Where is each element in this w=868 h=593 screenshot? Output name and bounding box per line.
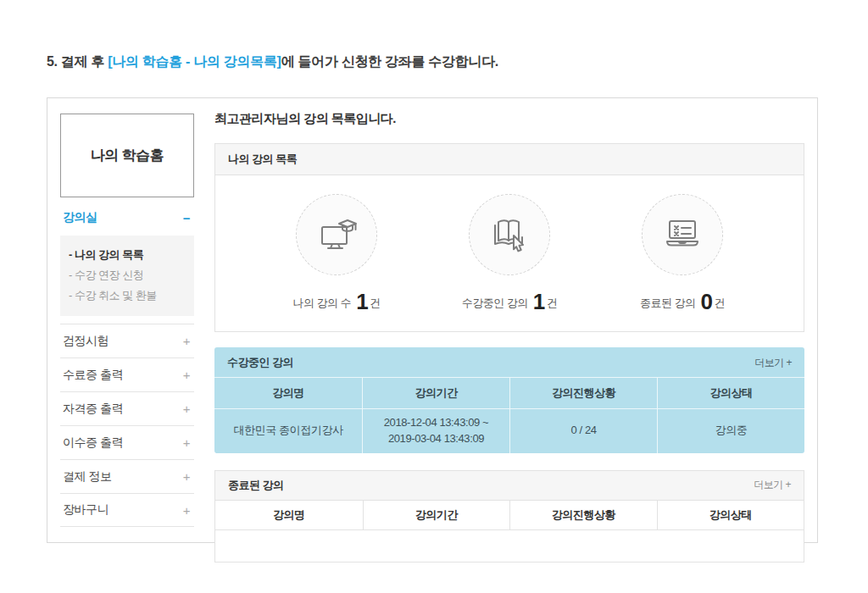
stat-circle — [469, 194, 550, 275]
sidebar-title-box: 나의 학습홈 — [60, 114, 194, 197]
sidebar-item-extension-request[interactable]: - 수강 연장 신청 — [69, 265, 186, 285]
expand-plus-icon[interactable]: + — [183, 435, 192, 450]
cell-lecture-period: 2018-12-04 13:43:09 ~ 2019-03-04 13:43:0… — [362, 409, 509, 453]
stat-unit: 건 — [715, 296, 726, 309]
my-lecture-summary-box: 나의 강의 목록 나의 강의 수1건 — [214, 143, 804, 332]
sidebar-item-label: 장바구니 — [63, 502, 108, 518]
finished-section-header: 종료된 강의 더보기 + — [215, 471, 804, 501]
stat-caption: 나의 강의 수1건 — [292, 289, 380, 315]
stat-label: 나의 강의 수 — [292, 296, 351, 309]
stat-caption: 수강중인 강의1건 — [462, 289, 558, 315]
stat-unit: 건 — [370, 296, 381, 309]
sidebar-section-lecture-room[interactable]: 강의실 − — [60, 197, 194, 236]
col-lecture-status: 강의상태 — [657, 378, 804, 408]
laptop-checklist-icon — [660, 213, 704, 256]
finished-lectures-section: 종료된 강의 더보기 + 강의명 강의기간 강의진행상황 강의상태 — [214, 470, 804, 563]
sidebar-section-label: 강의실 — [63, 210, 97, 225]
sidebar-item-label: 자격증 출력 — [63, 402, 123, 417]
instruction-suffix: 에 들어가 신청한 강좌를 수강합니다. — [281, 54, 498, 69]
stat-unit: 건 — [547, 296, 558, 309]
book-cursor-icon — [487, 213, 531, 256]
stat-circle — [296, 194, 377, 275]
cell-lecture-status: 강의중 — [657, 409, 804, 453]
sidebar-item-label: 이수증 출력 — [63, 435, 123, 451]
ongoing-section-header: 수강중인 강의 더보기 + — [214, 347, 804, 377]
monitor-graduation-icon — [314, 213, 359, 256]
stat-circle — [642, 194, 723, 275]
expand-plus-icon[interactable]: + — [183, 368, 192, 382]
col-lecture-status: 강의상태 — [657, 501, 804, 529]
finished-lectures-table: 강의명 강의기간 강의진행상황 강의상태 — [215, 501, 804, 562]
sidebar-item-certification-exam[interactable]: 검정시험 + — [60, 324, 194, 357]
sidebar-menu: 검정시험 + 수료증 출력 + 자격증 출력 + 이수증 출력 + 결제 정보 … — [60, 324, 194, 527]
instruction-path-highlight: [나의 학습홈 - 나의 강의목록] — [108, 54, 281, 69]
stat-label: 종료된 강의 — [640, 296, 696, 309]
collapse-minus-icon[interactable]: − — [183, 211, 192, 225]
learning-home-panel: 나의 학습홈 강의실 − - 나의 강의 목록 - 수강 연장 신청 - 수강 … — [47, 97, 818, 543]
stat-value: 0 — [701, 289, 713, 314]
expand-plus-icon[interactable]: + — [183, 334, 192, 348]
period-start: 2018-12-04 13:43:09 ~ — [366, 415, 506, 431]
col-lecture-progress: 강의진행상황 — [509, 501, 657, 529]
col-lecture-progress: 강의진행상황 — [509, 378, 657, 408]
ongoing-more-link[interactable]: 더보기 + — [754, 356, 792, 370]
stat-label: 수강중인 강의 — [462, 296, 528, 309]
period-end: 2019-03-04 13:43:09 — [366, 431, 506, 447]
finished-table-empty-body — [215, 530, 804, 562]
cell-lecture-progress: 0 / 24 — [509, 409, 657, 453]
col-lecture-period: 강의기간 — [363, 501, 510, 529]
sidebar-item-cart[interactable]: 장바구니 + — [60, 493, 194, 527]
sidebar-submenu: - 나의 강의 목록 - 수강 연장 신청 - 수강 취소 및 환불 — [60, 236, 194, 316]
ongoing-table-header: 강의명 강의기간 강의진행상황 강의상태 — [214, 377, 804, 408]
stat-value: 1 — [533, 289, 545, 314]
ongoing-lectures-section: 수강중인 강의 더보기 + 강의명 강의기간 강의진행상황 강의상태 대한민국 … — [214, 347, 804, 453]
stat-ongoing-lectures: 수강중인 강의1건 — [446, 194, 573, 315]
sidebar-item-completion-cert-print[interactable]: 수료증 출력 + — [60, 357, 194, 391]
stat-value: 1 — [356, 289, 368, 314]
cell-lecture-name: 대한민국 종이접기강사 — [214, 409, 362, 453]
finished-table-header: 강의명 강의기간 강의진행상황 강의상태 — [215, 501, 804, 530]
stat-finished-lectures: 종료된 강의0건 — [619, 194, 746, 315]
col-lecture-period: 강의기간 — [362, 378, 509, 408]
finished-more-link[interactable]: 더보기 + — [754, 478, 791, 492]
ongoing-lectures-table: 강의명 강의기간 강의진행상황 강의상태 대한민국 종이접기강사 2018-12… — [214, 377, 804, 453]
sidebar-item-attendance-cert-print[interactable]: 이수증 출력 + — [60, 425, 194, 459]
sidebar-item-my-lecture-list[interactable]: - 나의 강의 목록 — [69, 245, 186, 265]
expand-plus-icon[interactable]: + — [183, 503, 192, 518]
stat-total-lectures: 나의 강의 수1건 — [273, 194, 400, 315]
instruction-text: 5. 결제 후 [나의 학습홈 - 나의 강의목록]에 들어가 신청한 강좌를 … — [47, 53, 498, 71]
sidebar-item-license-print[interactable]: 자격증 출력 + — [60, 391, 194, 425]
sidebar-item-cancel-refund[interactable]: - 수강 취소 및 환불 — [69, 285, 186, 306]
page-title: 최고관리자님의 강의 목록입니다. — [214, 111, 804, 127]
stat-caption: 종료된 강의0건 — [640, 289, 725, 315]
instruction-prefix: 5. 결제 후 — [47, 54, 108, 69]
expand-plus-icon[interactable]: + — [183, 469, 192, 484]
expand-plus-icon[interactable]: + — [183, 402, 192, 416]
table-row[interactable]: 대한민국 종이접기강사 2018-12-04 13:43:09 ~ 2019-0… — [214, 408, 804, 453]
col-lecture-name: 강의명 — [214, 378, 362, 408]
sidebar: 나의 학습홈 강의실 − - 나의 강의 목록 - 수강 연장 신청 - 수강 … — [60, 114, 194, 527]
sidebar-item-label: 검정시험 — [63, 334, 108, 349]
ongoing-section-title: 수강중인 강의 — [227, 355, 293, 370]
sidebar-item-label: 결제 정보 — [63, 469, 111, 485]
summary-stats: 나의 강의 수1건 수강중인 강의1건 — [215, 175, 804, 331]
finished-section-title: 종료된 강의 — [228, 478, 284, 493]
summary-box-title: 나의 강의 목록 — [215, 144, 804, 175]
sidebar-item-payment-info[interactable]: 결제 정보 + — [60, 459, 194, 493]
sidebar-item-label: 수료증 출력 — [63, 368, 123, 383]
col-lecture-name: 강의명 — [215, 501, 363, 529]
main-content: 최고관리자님의 강의 목록입니다. 나의 강의 목록 나의 강의 — [214, 111, 804, 563]
